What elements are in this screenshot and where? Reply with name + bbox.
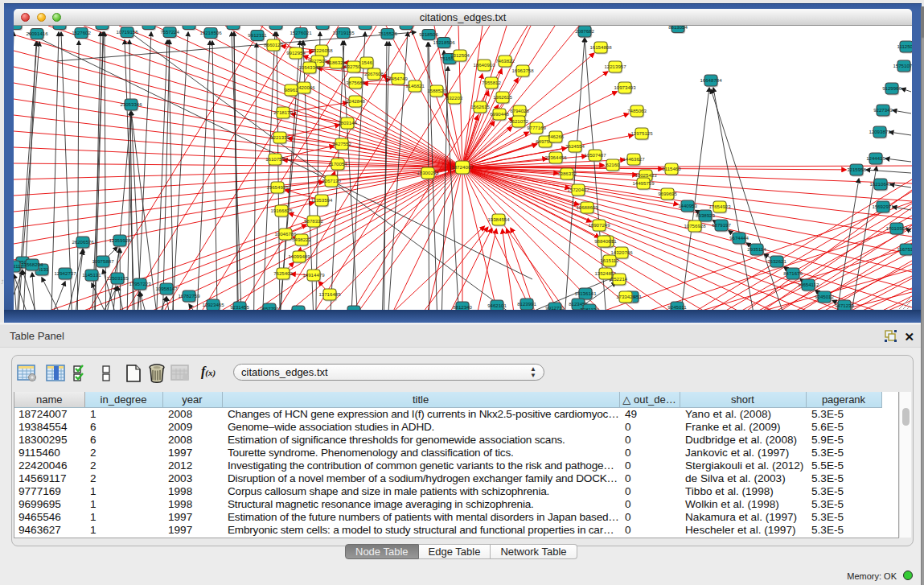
svg-text:6879197: 6879197 — [712, 222, 731, 228]
svg-text:8660123: 8660123 — [264, 42, 283, 47]
svg-text:17010504: 17010504 — [885, 225, 908, 231]
svg-text:18640910: 18640910 — [473, 62, 495, 68]
svg-text:16963758: 16963758 — [511, 68, 534, 73]
svg-text:1440953: 1440953 — [678, 203, 697, 208]
svg-text:7632621: 7632621 — [767, 258, 786, 264]
svg-text:20364456: 20364456 — [544, 154, 567, 160]
svg-text:17654923: 17654923 — [708, 204, 731, 209]
svg-text:9146821: 9146821 — [405, 83, 425, 89]
svg-text:1588520: 1588520 — [427, 88, 446, 93]
svg-text:16671355: 16671355 — [138, 26, 160, 27]
svg-text:8938923: 8938923 — [696, 212, 715, 218]
svg-text:16648784: 16648784 — [700, 77, 722, 83]
svg-text:10025433: 10025433 — [634, 172, 657, 178]
svg-text:9129966: 9129966 — [882, 85, 901, 91]
svg-text:23226058: 23226058 — [310, 47, 333, 53]
svg-text:3267130: 3267130 — [322, 178, 341, 183]
svg-text:1244415: 1244415 — [866, 155, 885, 161]
svg-text:11353594: 11353594 — [311, 197, 333, 203]
svg-text:12942737: 12942737 — [54, 270, 76, 276]
svg-text:1562615: 1562615 — [470, 104, 490, 109]
svg-text:9227343: 9227343 — [873, 107, 893, 113]
svg-text:3813054: 3813054 — [179, 26, 199, 27]
svg-text:18724007: 18724007 — [451, 164, 474, 170]
svg-text:252214: 252214 — [611, 276, 628, 282]
svg-text:1112504: 1112504 — [897, 43, 912, 49]
svg-text:8813054: 8813054 — [396, 26, 416, 27]
svg-text:17957223: 17957223 — [129, 281, 151, 286]
svg-text:1527602: 1527602 — [72, 30, 91, 35]
svg-text:10958147: 10958147 — [155, 286, 178, 291]
svg-text:15692971: 15692971 — [872, 204, 894, 209]
svg-text:14914479: 14914479 — [302, 272, 325, 278]
svg-text:7625402: 7625402 — [273, 270, 293, 276]
svg-text:7463822: 7463822 — [495, 58, 515, 64]
svg-text:3875685: 3875685 — [346, 80, 365, 85]
svg-text:23053346: 23053346 — [120, 101, 142, 107]
svg-text:12093873: 12093873 — [869, 129, 891, 134]
svg-text:12213957: 12213957 — [604, 64, 626, 69]
svg-text:62160: 62160 — [606, 162, 621, 167]
svg-text:2935114: 2935114 — [747, 246, 766, 252]
svg-text:24055721: 24055721 — [14, 26, 27, 27]
svg-text:12975125: 12975125 — [630, 130, 653, 136]
svg-text:14495759: 14495759 — [632, 180, 655, 186]
svg-text:10653267: 10653267 — [48, 26, 71, 27]
svg-text:6990448: 6990448 — [490, 111, 509, 117]
svg-text:10543342: 10543342 — [298, 64, 321, 70]
svg-text:9231455: 9231455 — [230, 304, 249, 310]
svg-text:10507487: 10507487 — [584, 152, 606, 158]
svg-text:16671355: 16671355 — [354, 26, 376, 27]
svg-text:8471676: 8471676 — [783, 270, 803, 276]
svg-text:8186328: 8186328 — [326, 60, 346, 65]
svg-text:2803144: 2803144 — [338, 120, 357, 126]
svg-text:10756928: 10756928 — [684, 223, 706, 229]
svg-text:14463627: 14463627 — [622, 156, 645, 162]
svg-text:16210643: 16210643 — [869, 181, 892, 187]
svg-text:10975887: 10975887 — [92, 258, 114, 264]
svg-text:10973493: 10973493 — [614, 84, 636, 90]
svg-text:20091416: 20091416 — [26, 31, 48, 36]
svg-text:1615112: 1615112 — [600, 257, 619, 263]
svg-text:9777169: 9777169 — [527, 125, 546, 130]
svg-text:2242848: 2242848 — [346, 98, 365, 104]
svg-text:9884067: 9884067 — [594, 238, 614, 244]
svg-text:7955812: 7955812 — [482, 80, 501, 85]
svg-text:19384554: 19384554 — [487, 216, 510, 222]
svg-text:12503135: 12503135 — [106, 275, 129, 281]
svg-text:1733426: 1733426 — [616, 294, 635, 299]
svg-text:18300295: 18300295 — [417, 170, 439, 175]
svg-text:16782759: 16782759 — [178, 293, 200, 299]
svg-text:10046786: 10046786 — [274, 231, 297, 237]
svg-text:1621072: 1621072 — [509, 118, 528, 124]
svg-text:2367608: 2367608 — [364, 71, 384, 76]
svg-text:8812340: 8812340 — [453, 304, 472, 310]
svg-text:9245012: 9245012 — [815, 294, 834, 299]
svg-text:19654935: 19654935 — [266, 184, 289, 190]
svg-text:6466160: 6466160 — [92, 26, 112, 27]
svg-text:6794028: 6794028 — [510, 108, 529, 113]
svg-text:5878332: 5878332 — [304, 218, 323, 224]
svg-text:1221339: 1221339 — [270, 134, 290, 140]
svg-text:1170054: 1170054 — [328, 161, 347, 167]
svg-text:1546: 1546 — [361, 60, 372, 65]
svg-text:13716485: 13716485 — [318, 291, 341, 297]
svg-text:15720407: 15720407 — [567, 187, 589, 192]
svg-text:7485063: 7485063 — [627, 108, 647, 113]
svg-text:9674444: 9674444 — [729, 235, 749, 241]
svg-text:9462101: 9462101 — [487, 303, 507, 308]
svg-text:9466160: 9466160 — [313, 26, 332, 27]
svg-text:19218506: 19218506 — [199, 30, 222, 35]
svg-text:10688609: 10688609 — [576, 204, 598, 210]
svg-text:26206576: 26206576 — [72, 239, 94, 245]
svg-text:16154808: 16154808 — [589, 44, 612, 50]
svg-text:746266: 746266 — [548, 134, 565, 139]
svg-text:1362615: 1362615 — [493, 94, 512, 100]
svg-text:10654112: 10654112 — [798, 282, 819, 287]
svg-text:8123991: 8123991 — [517, 301, 536, 307]
svg-text:8454749: 8454749 — [388, 76, 408, 81]
svg-text:98961: 98961 — [285, 87, 299, 93]
svg-text:9245011: 9245011 — [667, 304, 687, 310]
svg-text:7386372: 7386372 — [557, 171, 577, 176]
svg-text:7557224: 7557224 — [160, 29, 179, 35]
